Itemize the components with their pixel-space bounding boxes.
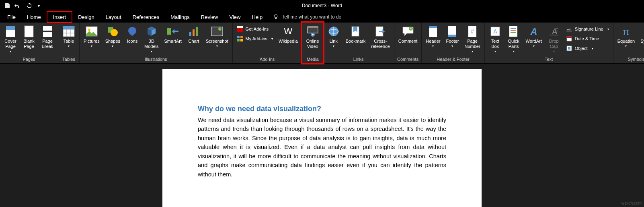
page-number-button[interactable]: #Page Number▾ bbox=[462, 23, 482, 55]
footer-icon bbox=[446, 25, 459, 38]
document-heading[interactable]: Why do we need data visualization? bbox=[198, 105, 446, 113]
document-page[interactable]: Why do we need data visualization? We ne… bbox=[162, 69, 482, 207]
ribbon: Cover Page▾ Blank Page Page Break Pages … bbox=[0, 23, 644, 64]
my-addins-button[interactable]: My Add-ins▾ bbox=[235, 35, 275, 43]
drop-cap-button[interactable]: ADrop Cap▾ bbox=[545, 23, 563, 55]
get-addins-button[interactable]: Get Add-ins bbox=[235, 25, 275, 33]
cover-page-icon bbox=[4, 25, 17, 38]
icons-button[interactable]: Icons bbox=[123, 23, 141, 46]
group-text: AText Box▾ Quick Parts▾ AWordArt▾ ADrop … bbox=[485, 23, 613, 63]
lightbulb-icon bbox=[273, 14, 279, 20]
group-tables: Table▾ Tables bbox=[58, 23, 80, 63]
group-pages-label: Pages bbox=[2, 56, 56, 63]
blank-page-button[interactable]: Blank Page bbox=[20, 23, 38, 51]
shapes-button[interactable]: Shapes▾ bbox=[103, 23, 123, 50]
link-button[interactable]: Link▾ bbox=[325, 23, 343, 50]
object-button[interactable]: Object▾ bbox=[564, 44, 611, 52]
screenshot-icon: + bbox=[211, 25, 224, 38]
svg-rect-26 bbox=[237, 36, 240, 38]
svg-text:#: # bbox=[471, 28, 474, 35]
qat-customize-icon[interactable]: ▾ bbox=[35, 2, 43, 10]
store-icon bbox=[237, 26, 243, 32]
group-comments-label: Comments bbox=[396, 56, 420, 63]
svg-text:+: + bbox=[410, 27, 412, 31]
quick-access-toolbar: ▾ bbox=[0, 2, 43, 10]
text-box-icon: A bbox=[489, 25, 502, 38]
group-symbols-label: Symbols bbox=[615, 56, 644, 63]
signature-line-button[interactable]: Signature Line▾ bbox=[564, 25, 611, 33]
wordart-icon: A bbox=[527, 25, 540, 38]
svg-rect-52 bbox=[511, 32, 516, 33]
svg-rect-3 bbox=[6, 26, 15, 30]
date-time-button[interactable]: Date & Time bbox=[564, 35, 611, 43]
tab-design[interactable]: Design bbox=[72, 12, 100, 22]
tab-file[interactable]: File bbox=[2, 12, 21, 22]
smartart-button[interactable]: SmartArt bbox=[162, 23, 184, 46]
group-addins-label: Add-ins bbox=[234, 56, 300, 63]
drop-cap-icon: A bbox=[548, 25, 560, 38]
header-button[interactable]: Header▾ bbox=[423, 23, 443, 50]
tab-review[interactable]: Review bbox=[195, 12, 224, 22]
tab-home[interactable]: Home bbox=[21, 12, 47, 22]
shapes-icon bbox=[106, 25, 119, 38]
tab-layout[interactable]: Layout bbox=[100, 12, 127, 22]
svg-text:+: + bbox=[219, 27, 221, 31]
screenshot-button[interactable]: +Screenshot▾ bbox=[203, 23, 231, 50]
tab-mailings[interactable]: Mailings bbox=[165, 12, 195, 22]
tab-insert[interactable]: Insert bbox=[47, 11, 73, 23]
pictures-button[interactable]: Pictures▾ bbox=[81, 23, 102, 50]
svg-point-14 bbox=[88, 29, 90, 31]
svg-rect-32 bbox=[308, 27, 318, 28]
page-break-button[interactable]: Page Break bbox=[39, 23, 56, 51]
cover-page-button[interactable]: Cover Page▾ bbox=[2, 23, 19, 55]
group-links: Link▾ Bookmark Cross- reference Links bbox=[323, 23, 394, 63]
wikipedia-button[interactable]: WWikipedia bbox=[276, 23, 300, 46]
wikipedia-icon: W bbox=[282, 25, 295, 38]
3d-models-button[interactable]: 3D Models▾ bbox=[142, 23, 161, 55]
group-hf-label: Header & Footer bbox=[423, 56, 482, 63]
group-addins: Get Add-ins My Add-ins▾ WWikipedia Add-i… bbox=[233, 23, 302, 63]
tab-view[interactable]: View bbox=[224, 12, 246, 22]
bookmark-button[interactable]: Bookmark bbox=[343, 23, 368, 46]
redo-button[interactable] bbox=[24, 2, 32, 10]
svg-point-0 bbox=[274, 14, 277, 18]
footer-button[interactable]: Footer▾ bbox=[443, 23, 461, 50]
text-box-button[interactable]: AText Box▾ bbox=[486, 23, 504, 55]
group-illustrations-label: Illustrations bbox=[81, 56, 231, 63]
table-button[interactable]: Table▾ bbox=[60, 23, 78, 50]
cross-reference-button[interactable]: Cross- reference bbox=[369, 23, 392, 51]
svg-point-16 bbox=[111, 29, 118, 36]
equation-button[interactable]: πEquation▾ bbox=[615, 23, 637, 50]
quick-parts-button[interactable]: Quick Parts▾ bbox=[505, 23, 523, 55]
tab-references[interactable]: References bbox=[127, 12, 165, 22]
svg-rect-60 bbox=[567, 37, 572, 38]
online-video-button[interactable]: Online Video bbox=[304, 23, 322, 51]
svg-rect-18 bbox=[189, 32, 191, 36]
wordart-button[interactable]: AWordArt▾ bbox=[523, 23, 544, 50]
svg-rect-42 bbox=[429, 26, 437, 28]
svg-rect-50 bbox=[511, 28, 516, 29]
signature-icon bbox=[566, 26, 572, 32]
save-button[interactable] bbox=[3, 2, 11, 10]
svg-rect-12 bbox=[63, 26, 74, 29]
group-media-label: Media bbox=[304, 56, 322, 63]
svg-rect-25 bbox=[237, 26, 243, 28]
svg-rect-51 bbox=[511, 30, 516, 31]
undo-button[interactable] bbox=[14, 2, 22, 10]
table-icon bbox=[62, 25, 75, 38]
svg-rect-44 bbox=[448, 35, 456, 37]
tell-me-search[interactable]: Tell me what you want to do bbox=[273, 14, 341, 20]
document-body-text[interactable]: We need data visualization because a vis… bbox=[198, 116, 446, 179]
tab-help[interactable]: Help bbox=[246, 12, 268, 22]
comment-icon: + bbox=[402, 25, 414, 38]
document-area[interactable]: Why do we need data visualization? We ne… bbox=[0, 64, 644, 207]
svg-text:A: A bbox=[530, 26, 537, 37]
date-icon bbox=[566, 35, 572, 42]
header-icon bbox=[427, 25, 439, 38]
comment-button[interactable]: +Comment bbox=[396, 23, 420, 46]
svg-text:W: W bbox=[284, 26, 292, 36]
symbol-button[interactable]: ΩSymbol▾ bbox=[638, 23, 644, 50]
group-media: Online Video Media bbox=[301, 21, 324, 64]
chart-button[interactable]: Chart bbox=[185, 23, 203, 46]
page-number-icon: # bbox=[466, 25, 479, 38]
